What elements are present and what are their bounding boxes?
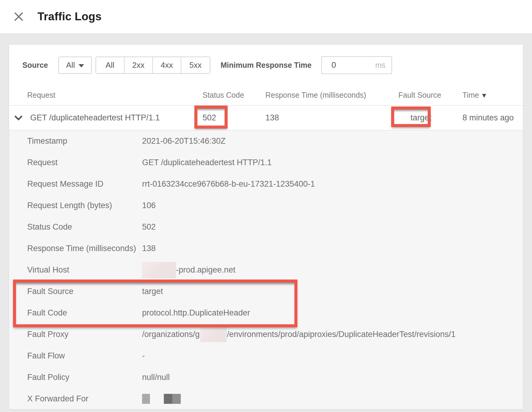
status-filter-2xx[interactable]: 2xx — [125, 57, 153, 73]
traffic-logs-screen: Traffic Logs Source All All 2xx 4xx 5xx … — [0, 0, 532, 412]
column-header-time[interactable]: Time▼ — [462, 91, 523, 100]
filter-bar: Source All All 2xx 4xx 5xx Minimum Respo… — [9, 45, 523, 74]
row-fault-source: target — [398, 113, 462, 123]
status-filter-group: All 2xx 4xx 5xx — [96, 57, 210, 74]
detail-row-virtual-host: Virtual Host -prod.apigee.net — [9, 259, 523, 281]
table-header-row: Request Status Code Response Time (milli… — [9, 91, 523, 106]
page-title: Traffic Logs — [37, 10, 102, 23]
status-filter-all[interactable]: All — [96, 57, 125, 73]
status-filter-4xx[interactable]: 4xx — [153, 57, 181, 73]
redacted-org-block — [142, 262, 176, 278]
min-response-time-value: 0 — [332, 60, 336, 70]
redacted-ip-block — [164, 394, 172, 404]
status-filter-5xx[interactable]: 5xx — [181, 57, 210, 73]
detail-row-response-time: Response Time (milliseconds) 138 — [9, 238, 523, 259]
detail-row-timestamp: Timestamp 2021-06-20T15:46:30Z — [9, 130, 523, 152]
column-header-request: Request — [9, 91, 203, 100]
detail-row-fault-flow: Fault Flow - — [9, 345, 523, 367]
source-dropdown[interactable]: All — [58, 57, 92, 74]
min-response-time-input[interactable]: 0 ms — [321, 56, 392, 74]
source-dropdown-value: All — [66, 60, 75, 70]
caret-down-icon — [79, 64, 84, 67]
source-label: Source — [22, 61, 48, 70]
redacted-org-block — [200, 327, 227, 342]
chevron-down-icon[interactable] — [15, 116, 22, 120]
min-response-time-label: Minimum Response Time — [221, 61, 312, 70]
detail-row-x-forwarded-for: X Forwarded For — [9, 388, 523, 409]
traffic-logs-card: Source All All 2xx 4xx 5xx Minimum Respo… — [9, 45, 523, 409]
log-details-panel: Timestamp 2021-06-20T15:46:30Z Request G… — [9, 130, 523, 409]
sort-desc-icon: ▼ — [481, 92, 488, 99]
row-time: 8 minutes ago — [462, 113, 523, 123]
detail-row-fault-source: Fault Source target — [9, 281, 523, 302]
column-header-response-time: Response Time (milliseconds) — [265, 91, 398, 100]
detail-row-request-length: Request Length (bytes) 106 — [9, 195, 523, 216]
detail-row-status-code: Status Code 502 — [9, 216, 523, 238]
column-header-status-code: Status Code — [203, 91, 265, 100]
detail-row-fault-policy: Fault Policy null/null — [9, 367, 523, 388]
row-response-time: 138 — [265, 113, 398, 123]
detail-row-fault-proxy: Fault Proxy /organizations/g/environment… — [9, 324, 523, 345]
detail-row-request: Request GET /duplicateheadertest HTTP/1.… — [9, 152, 523, 173]
detail-row-fault-code: Fault Code protocol.http.DuplicateHeader — [9, 302, 523, 324]
topbar: Traffic Logs — [0, 0, 532, 33]
row-status-code: 502 — [203, 113, 265, 123]
row-request: GET /duplicateheadertest HTTP/1.1 — [30, 113, 160, 123]
redacted-ip-block — [142, 394, 150, 404]
detail-row-request-message-id: Request Message ID rrt-0163234cce9676b68… — [9, 173, 523, 195]
close-icon[interactable] — [13, 11, 24, 22]
ms-unit-label: ms — [375, 61, 385, 70]
column-header-fault-source: Fault Source — [398, 91, 462, 100]
log-table-row[interactable]: GET /duplicateheadertest HTTP/1.1 502 13… — [9, 106, 523, 130]
redacted-ip-block — [172, 394, 181, 404]
